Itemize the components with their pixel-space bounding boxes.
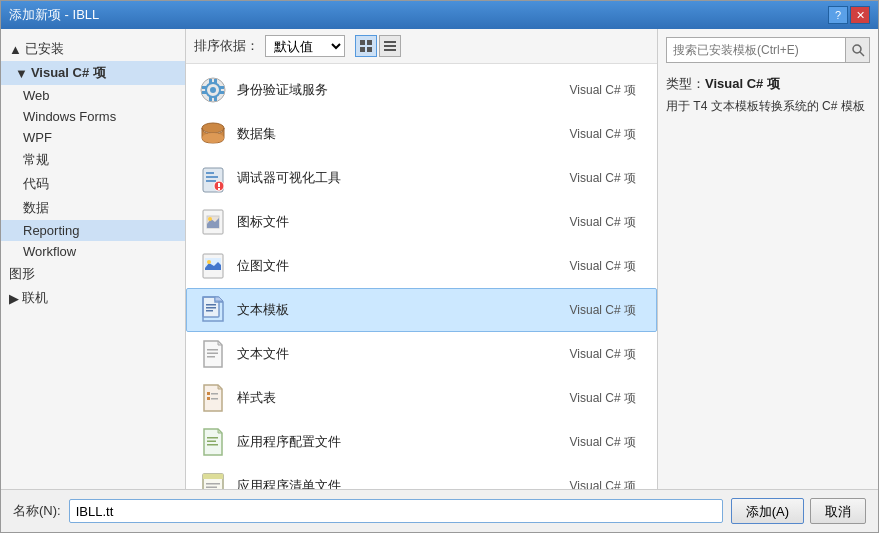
svg-rect-6	[384, 49, 396, 51]
app-manifest-icon	[197, 470, 229, 489]
item-category: Visual C# 项	[526, 258, 646, 275]
svg-rect-15	[202, 91, 207, 94]
list-item[interactable]: 调试器可视化工具 Visual C# 项	[186, 156, 657, 200]
svg-rect-23	[206, 180, 216, 182]
item-icon-app-config	[197, 426, 229, 458]
item-name: 应用程序配置文件	[237, 433, 526, 451]
debugger-icon	[197, 162, 229, 194]
graphics-section-header[interactable]: 图形	[1, 262, 185, 286]
item-category: Visual C# 项	[526, 302, 646, 319]
sidebar-item-windows-forms[interactable]: Windows Forms	[1, 106, 185, 127]
view-icons	[355, 35, 401, 57]
item-name: 样式表	[237, 389, 526, 407]
sidebar-item-wpf[interactable]: WPF	[1, 127, 185, 148]
sidebar-item-web[interactable]: Web	[1, 85, 185, 106]
main-content: ▲ 已安装 ▼ Visual C# 项 Web Windows Forms WP…	[1, 29, 878, 489]
svg-marker-48	[218, 385, 222, 389]
list-item[interactable]: 数据集 Visual C# 项	[186, 112, 657, 156]
svg-rect-11	[214, 79, 217, 84]
type-description: 用于 T4 文本模板转换系统的 C# 模板	[666, 97, 870, 115]
title-bar-buttons: ? ✕	[828, 6, 870, 24]
list-item[interactable]: 文本文件 Visual C# 项	[186, 332, 657, 376]
search-input[interactable]	[667, 40, 845, 60]
action-buttons: 添加(A) 取消	[731, 498, 866, 524]
svg-rect-49	[207, 392, 210, 395]
sort-select[interactable]: 默认值 名称 类型	[265, 35, 345, 57]
svg-rect-59	[203, 474, 223, 479]
svg-rect-4	[384, 41, 396, 43]
online-arrow-icon: ▶	[9, 291, 19, 306]
online-label: 联机	[22, 289, 48, 307]
svg-rect-60	[206, 483, 220, 485]
item-category: Visual C# 项	[526, 170, 646, 187]
item-category: Visual C# 项	[526, 82, 646, 99]
svg-rect-2	[360, 47, 365, 52]
item-name: 文本文件	[237, 345, 526, 363]
svg-rect-56	[207, 441, 216, 443]
online-section-header[interactable]: ▶ 联机	[1, 286, 185, 310]
items-list: 身份验证域服务 Visual C# 项 数据集 Visual C# 项	[186, 64, 657, 489]
svg-rect-1	[367, 40, 372, 45]
installed-section-header[interactable]: ▲ 已安装	[1, 37, 185, 61]
item-icon-icon-file	[197, 206, 229, 238]
list-item-text-template[interactable]: 文本模板 Visual C# 项	[186, 288, 657, 332]
list-view-button[interactable]	[379, 35, 401, 57]
filename-input[interactable]	[69, 499, 723, 523]
dataset-icon	[197, 118, 229, 150]
installed-arrow: ▲	[9, 42, 22, 57]
list-item[interactable]: 身份验证域服务 Visual C# 项	[186, 68, 657, 112]
svg-marker-43	[218, 341, 222, 345]
help-button[interactable]: ?	[828, 6, 848, 24]
sidebar-item-data[interactable]: 数据	[1, 196, 185, 220]
svg-point-76	[853, 45, 861, 53]
search-bar	[666, 37, 870, 63]
right-info: 类型：Visual C# 项 用于 T4 文本模板转换系统的 C# 模板	[666, 71, 870, 119]
center-panel: 排序依据： 默认值 名称 类型	[186, 29, 658, 489]
close-button[interactable]: ✕	[850, 6, 870, 24]
svg-point-34	[207, 260, 211, 264]
svg-rect-45	[207, 353, 218, 355]
list-item[interactable]: 应用程序清单文件 Visual C# 项	[186, 464, 657, 489]
installed-label: 已安装	[25, 40, 64, 58]
add-button[interactable]: 添加(A)	[731, 498, 804, 524]
cancel-button[interactable]: 取消	[810, 498, 866, 524]
item-name: 位图文件	[237, 257, 526, 275]
sidebar-item-visual-csharp[interactable]: ▼ Visual C# 项	[1, 61, 185, 85]
list-item[interactable]: 应用程序配置文件 Visual C# 项	[186, 420, 657, 464]
svg-rect-39	[206, 307, 216, 309]
svg-rect-25	[218, 183, 220, 187]
svg-rect-5	[384, 45, 396, 47]
list-view-icon	[383, 39, 397, 53]
svg-rect-40	[206, 310, 213, 312]
sidebar-item-workflow[interactable]: Workflow	[1, 241, 185, 262]
app-config-icon	[197, 426, 229, 458]
item-icon-text-file	[197, 338, 229, 370]
graphics-label: 图形	[9, 265, 35, 283]
search-button[interactable]	[845, 38, 869, 62]
item-category: Visual C# 项	[526, 214, 646, 231]
item-category: Visual C# 项	[526, 346, 646, 363]
svg-rect-26	[218, 188, 220, 190]
type-label: 类型：Visual C# 项	[666, 75, 870, 93]
item-category: Visual C# 项	[526, 478, 646, 490]
grid-view-button[interactable]	[355, 35, 377, 57]
sidebar-item-normal[interactable]: 常规	[1, 148, 185, 172]
list-item[interactable]: 位图文件 Visual C# 项	[186, 244, 657, 288]
sidebar-item-reporting[interactable]: Reporting	[1, 220, 185, 241]
svg-point-9	[210, 87, 216, 93]
svg-rect-51	[207, 397, 210, 400]
csharp-arrow-icon: ▼	[15, 66, 28, 81]
grid-view-icon	[359, 39, 373, 53]
svg-rect-3	[367, 47, 372, 52]
item-name: 调试器可视化工具	[237, 169, 526, 187]
list-item[interactable]: 样式表 Visual C# 项	[186, 376, 657, 420]
svg-rect-22	[206, 176, 218, 178]
left-panel: ▲ 已安装 ▼ Visual C# 项 Web Windows Forms WP…	[1, 29, 186, 489]
svg-point-19	[202, 133, 224, 143]
svg-rect-61	[206, 487, 217, 489]
item-icon-stylesheet	[197, 382, 229, 414]
sidebar-item-code[interactable]: 代码	[1, 172, 185, 196]
svg-rect-12	[209, 96, 212, 101]
text-template-icon	[197, 294, 229, 326]
list-item[interactable]: 图标文件 Visual C# 项	[186, 200, 657, 244]
